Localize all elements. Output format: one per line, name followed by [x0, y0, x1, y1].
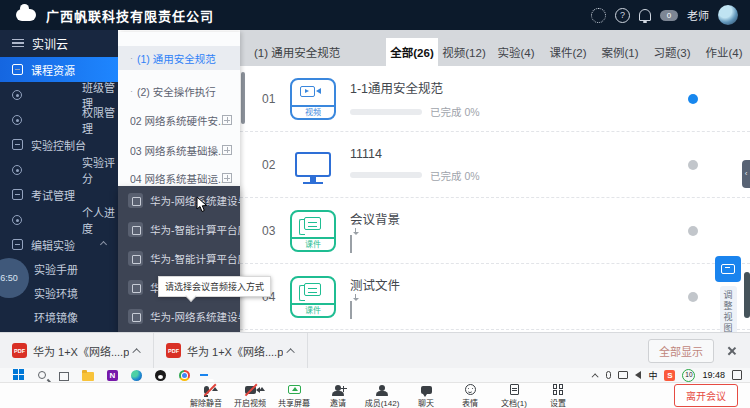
control-label: 成员(142)	[365, 397, 400, 408]
tree-item-chapter-02[interactable]: 02 网络系统硬件安...	[118, 108, 240, 132]
start-button-icon[interactable]	[13, 369, 25, 381]
course-option[interactable]: 华为-智能计算平台应...	[118, 244, 240, 273]
download-file-chip[interactable]: PDF 华为 1+X《网络....pdf	[154, 333, 308, 368]
tray-mic-icon[interactable]	[606, 371, 611, 379]
tab-video[interactable]: 视频(12)	[438, 38, 490, 66]
hidden-icons-chevron[interactable]	[592, 373, 599, 380]
menu-hamburger-icon[interactable]	[12, 39, 24, 48]
tree-item-safety-operation[interactable]: · (2) 安全操作执行	[118, 80, 240, 102]
tree-item-chapter-03[interactable]: 03 网络系统基础操...	[118, 138, 240, 162]
download-file-chip[interactable]: PDF 华为 1+X《网络....pdf	[0, 333, 154, 368]
monitor-arrow-icon	[721, 264, 735, 274]
start-video-control[interactable]: 开启视频	[228, 383, 272, 408]
tray-speaker-icon[interactable]	[635, 371, 641, 379]
course-option-label: 华为-网络系统建设与...	[150, 309, 240, 324]
emoji-control[interactable]: 表情	[448, 383, 492, 408]
control-label: 表情	[462, 397, 478, 408]
course-dropdown: 华为-网络系统建设与... 华为-智能计算平台应... 华为-智能计算平台应..…	[118, 186, 240, 332]
sogou-input-icon[interactable]: S	[664, 370, 675, 381]
tree-item-general-safety[interactable]: · (1) 通用安全规范	[118, 46, 240, 70]
screen-share-view-button[interactable]	[715, 256, 741, 282]
resource-row-1[interactable]: 01 视频 1-1通用安全规范 已完成 0%	[240, 66, 750, 132]
sidebar-brand[interactable]: 实训云	[0, 30, 118, 57]
active-meeting-app[interactable]	[200, 374, 208, 376]
chat-bubble-icon	[421, 386, 432, 394]
help-icon[interactable]: ?	[615, 8, 630, 23]
recording-badge[interactable]: 10	[682, 369, 695, 382]
show-all-downloads-button[interactable]: 全部显示	[648, 339, 714, 363]
invite-control[interactable]: 邀请	[316, 383, 360, 408]
onenote-icon[interactable]: N	[107, 370, 118, 381]
course-cube-icon	[128, 309, 143, 324]
resource-title[interactable]: 会议背景	[350, 209, 400, 228]
company-title: 广西帆联科技有限责任公司	[46, 6, 214, 25]
unmute-control[interactable]: 解除静音	[184, 383, 228, 408]
video-options-arrow[interactable]	[259, 387, 265, 391]
edge-browser-icon[interactable]	[131, 370, 142, 381]
chrome-icon[interactable]	[179, 370, 190, 381]
chevron-up-icon[interactable]	[286, 348, 294, 356]
course-option[interactable]: 华为-网络系统建设与...	[118, 186, 240, 215]
sidebar-item-edit-experiment[interactable]: 编辑实验	[0, 232, 118, 257]
tab-courseware[interactable]: 课件(2)	[542, 38, 594, 66]
tab-experiment[interactable]: 实验(4)	[490, 38, 542, 66]
tray-display-icon[interactable]	[618, 371, 628, 379]
ime-indicator[interactable]: 中	[648, 369, 657, 382]
close-download-bar-icon[interactable]	[726, 346, 736, 356]
pdf-file-icon: PDF	[166, 343, 181, 358]
expand-plus-icon[interactable]	[222, 173, 232, 183]
chat-control[interactable]: 聊天	[404, 383, 448, 408]
tab-homework[interactable]: 作业(4)	[698, 38, 750, 66]
topbar-actions: ? 0 老师	[591, 5, 738, 25]
tab-case[interactable]: 案例(1)	[594, 38, 646, 66]
sidebar-item-permission-management[interactable]: 权限管理	[0, 107, 118, 132]
sidebar: 实训云 课程资源 班级管理 权限管理 实验控制台 实验评分 考试管理 个人进度	[0, 30, 118, 332]
resource-row-2[interactable]: 02 11114 已完成 0%	[240, 132, 750, 198]
search-icon[interactable]	[38, 371, 46, 379]
sidebar-item-label: 实验评分	[82, 154, 118, 186]
notification-bell-icon[interactable]	[639, 9, 651, 21]
documents-control[interactable]: 文档(1)	[492, 383, 536, 408]
members-control[interactable]: 成员(142)	[360, 383, 404, 408]
file-explorer-icon[interactable]	[82, 372, 94, 381]
settings-control[interactable]: 设置	[536, 383, 580, 408]
leave-meeting-button[interactable]: 离开会议	[674, 384, 738, 407]
expand-plus-icon[interactable]	[222, 145, 232, 155]
sidebar-item-personal-progress[interactable]: 个人进度	[0, 207, 118, 232]
download-icon[interactable]	[350, 301, 352, 319]
class-management-icon	[12, 90, 22, 100]
resource-row-3[interactable]: 03 课件 会议背景	[240, 198, 750, 264]
settings-gear-icon[interactable]	[591, 8, 606, 23]
panel-collapse-handle[interactable]: ‹	[742, 160, 750, 188]
emoji-smiley-icon	[465, 384, 476, 395]
camera-glyph	[300, 86, 315, 97]
download-icon[interactable]	[350, 235, 352, 253]
right-scrollbar[interactable]	[744, 272, 750, 318]
printer-glyph	[304, 283, 321, 296]
resource-row-4[interactable]: 04 课件 测试文件	[240, 264, 750, 330]
expand-plus-icon[interactable]	[222, 115, 232, 125]
qq-icon[interactable]	[155, 370, 166, 381]
task-view-icon[interactable]	[59, 372, 69, 381]
resource-title[interactable]: 1-1通用安全规范	[350, 78, 480, 97]
action-center-icon[interactable]	[732, 370, 742, 380]
chevron-up-icon[interactable]	[132, 348, 140, 356]
tab-exercise[interactable]: 习题(3)	[646, 38, 698, 66]
sidebar-subitem-environment-image[interactable]: 环境镜像	[0, 305, 118, 329]
adjust-view-label[interactable]: 调整视图	[720, 286, 737, 338]
sidebar-item-label: 个人进度	[82, 204, 118, 236]
avatar[interactable]	[718, 5, 738, 25]
status-dot	[688, 94, 698, 104]
resource-title[interactable]: 测试文件	[350, 275, 400, 294]
resource-title[interactable]: 11114	[350, 147, 480, 161]
user-role-label: 老师	[687, 7, 709, 23]
taskbar-clock[interactable]: 19:48	[702, 371, 725, 380]
tree-bullet: ·	[130, 86, 133, 96]
tab-all[interactable]: 全部(26)	[386, 38, 438, 66]
course-option[interactable]: 华为-网络系统建设与...	[118, 302, 240, 331]
control-label: 共享屏幕	[278, 397, 310, 408]
share-screen-control[interactable]: 共享屏幕	[272, 383, 316, 408]
course-option[interactable]: 华为-智能计算平台应...	[118, 215, 240, 244]
sidebar-item-lab-scoring[interactable]: 实验评分	[0, 157, 118, 182]
courseware-type-icon: 课件	[290, 210, 336, 252]
